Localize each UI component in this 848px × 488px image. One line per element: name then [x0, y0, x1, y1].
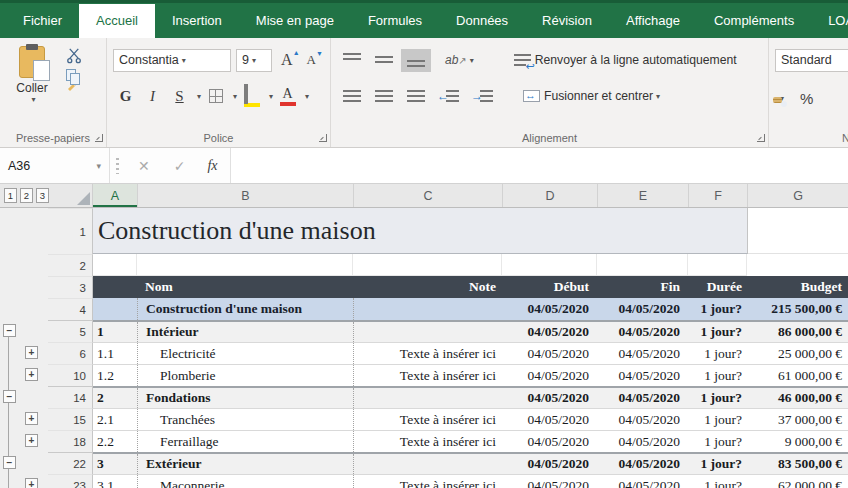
align-right-button[interactable] [401, 86, 431, 107]
insert-function-button[interactable]: fx [197, 158, 227, 174]
cell-c[interactable]: Texte à insérer ici [353, 365, 502, 386]
orientation-button[interactable]: ab ↗ ▾ [439, 49, 480, 71]
cell-g[interactable]: 215 500,00 € [747, 298, 848, 320]
empty-cell[interactable] [748, 208, 848, 254]
cell-e[interactable]: 04/05/2020 [597, 454, 688, 474]
enter-button[interactable]: ✓ [162, 158, 198, 174]
cell-c[interactable] [353, 388, 502, 408]
cell-f[interactable]: 1 jour? [688, 431, 747, 452]
number-format-select[interactable]: Standard [775, 49, 848, 72]
column-header-b[interactable]: B [137, 184, 353, 207]
alignment-dialog-launcher-icon[interactable] [757, 134, 765, 142]
cell-e[interactable]: 04/05/2020 [597, 409, 688, 430]
wrap-text-button[interactable]: Renvoyer à la ligne automatiquement [508, 49, 743, 71]
cell-f[interactable]: 1 jour? [688, 409, 747, 430]
cell-g[interactable]: 83 500,00 € [747, 454, 848, 474]
fill-color-dropdown-caret[interactable]: ▾ [269, 92, 273, 101]
row-number[interactable]: 14 [48, 386, 93, 408]
cell-e[interactable]: 04/05/2020 [597, 365, 688, 386]
cell-a[interactable]: 1 [93, 322, 137, 342]
cell-e[interactable]: 04/05/2020 [597, 322, 688, 342]
cell-f[interactable]: 1 jour? [688, 298, 747, 320]
tab-affichage[interactable]: Affichage [609, 4, 697, 38]
column-header-g[interactable]: G [747, 184, 848, 207]
row-number[interactable]: 23 [48, 474, 93, 488]
cell-a[interactable]: 2 [93, 388, 137, 408]
cell-g[interactable]: 46 000,00 € [747, 388, 848, 408]
cell-g[interactable]: 25 000,00 € [747, 343, 848, 364]
formula-input[interactable] [231, 148, 848, 183]
cell-c[interactable]: Texte à insérer ici [353, 475, 502, 488]
outline-toggle-button[interactable]: + [25, 434, 38, 447]
outline-toggle-button[interactable]: + [25, 368, 38, 381]
name-box[interactable]: A36 ▾ [0, 148, 110, 183]
font-color-dropdown-caret[interactable]: ▾ [305, 92, 309, 101]
row-number[interactable]: 1 [48, 208, 93, 254]
clipboard-dialog-launcher-icon[interactable] [95, 134, 103, 142]
select-all-button[interactable] [77, 192, 90, 205]
cell-a[interactable]: 1.2 [93, 365, 137, 386]
tab-mise-en-page[interactable]: Mise en page [239, 4, 351, 38]
underline-button[interactable]: S [167, 84, 192, 109]
align-bottom-button[interactable] [401, 49, 431, 72]
cell-d[interactable]: 04/05/2020 [502, 322, 597, 342]
outline-toggle-button[interactable]: − [3, 456, 16, 469]
empty-cell[interactable] [353, 254, 502, 276]
cell-a[interactable]: 2.1 [93, 409, 137, 430]
cut-button[interactable] [66, 47, 83, 64]
cell-d[interactable]: 04/05/2020 [502, 343, 597, 364]
tab-accueil[interactable]: Accueil [79, 4, 155, 38]
cell-g[interactable]: 61 000,00 € [747, 365, 848, 386]
empty-cell[interactable] [597, 254, 688, 276]
cell-b[interactable]: Plomberie [137, 365, 353, 386]
cell-d[interactable]: 04/05/2020 [502, 475, 597, 488]
outline-level-3-button[interactable]: 3 [36, 188, 49, 203]
cell-g[interactable]: 86 000,00 € [747, 322, 848, 342]
row-number[interactable]: 22 [48, 452, 93, 474]
tab-fichier[interactable]: Fichier [6, 4, 79, 38]
row-number[interactable]: 2 [48, 254, 93, 276]
cell-c[interactable]: Texte à insérer ici [353, 409, 502, 430]
cell-c[interactable] [353, 298, 502, 320]
column-header-c[interactable]: C [353, 184, 502, 207]
empty-cell[interactable] [688, 254, 747, 276]
header-cell-duree[interactable]: Durée [688, 276, 747, 298]
header-cell-nom[interactable]: Nom [137, 276, 353, 298]
increase-font-size-button[interactable]: A▲ [281, 51, 293, 69]
outline-level-1-button[interactable]: 1 [4, 188, 17, 203]
column-header-d[interactable]: D [502, 184, 597, 207]
title-cell[interactable]: Construction d'une maison [93, 208, 748, 254]
formula-bar-resize-handle[interactable] [110, 148, 124, 183]
cell-f[interactable]: 1 jour? [688, 475, 747, 488]
tab-insertion[interactable]: Insertion [155, 4, 239, 38]
outline-toggle-button[interactable]: + [25, 478, 38, 488]
cell-d[interactable]: 04/05/2020 [502, 298, 597, 320]
percent-style-button[interactable]: % [800, 90, 813, 107]
paste-button[interactable]: Coller ▾ [6, 44, 58, 129]
bold-button[interactable]: G [113, 84, 138, 109]
cell-b[interactable]: Construction d'une maison [137, 298, 353, 320]
paste-dropdown-caret[interactable]: ▾ [31, 95, 35, 104]
name-box-dropdown-caret[interactable]: ▾ [96, 161, 101, 171]
cancel-button[interactable]: ✕ [126, 158, 162, 174]
font-name-select[interactable]: Constantia▾ [113, 49, 231, 72]
font-color-button[interactable]: A [275, 84, 300, 109]
cell-b[interactable]: Maconnerie [137, 475, 353, 488]
cell-e[interactable]: 04/05/2020 [597, 431, 688, 452]
row-number[interactable]: 5 [48, 320, 93, 342]
header-cell-debut[interactable]: Début [502, 276, 597, 298]
cell-c[interactable] [353, 322, 502, 342]
cell-g[interactable]: 37 000,00 € [747, 409, 848, 430]
outline-toggle-button[interactable]: + [25, 412, 38, 425]
align-center-button[interactable] [369, 86, 399, 107]
decrease-indent-button[interactable]: ← [433, 86, 465, 107]
row-number[interactable]: 4 [48, 298, 93, 320]
font-dialog-launcher-icon[interactable] [319, 134, 327, 142]
row-number[interactable]: 10 [48, 364, 93, 386]
row-number[interactable]: 15 [48, 408, 93, 430]
cell-e[interactable]: 04/05/2020 [597, 475, 688, 488]
cell-a[interactable]: 3.1 [93, 475, 137, 488]
cell-a[interactable] [93, 298, 137, 320]
column-header-f[interactable]: F [688, 184, 747, 207]
header-cell-budget[interactable]: Budget [747, 276, 848, 298]
